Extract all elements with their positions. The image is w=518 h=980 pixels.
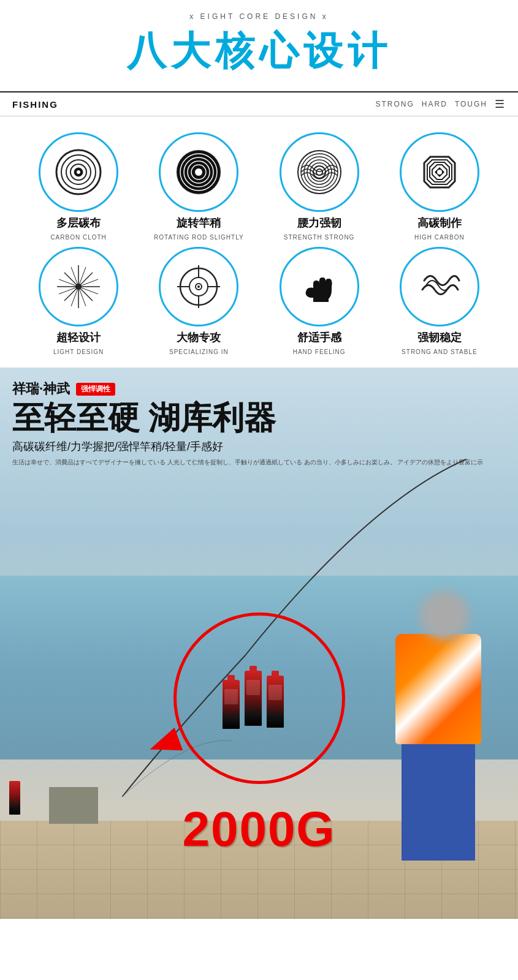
bottles-container — [223, 671, 284, 729]
svg-line-38 — [78, 287, 86, 306]
svg-line-34 — [71, 287, 78, 306]
icon-cn-high-carbon: 高碳制作 — [417, 216, 462, 230]
nav-tough: TOUGH — [455, 100, 487, 108]
icon-cn-light-design: 超轻设计 — [56, 330, 101, 345]
icons-grid: 多层碳布 CARBON CLOTH 旋转竿稍 ROTATING ROD SLIG… — [0, 126, 518, 368]
nav-strong: STRONG — [376, 100, 414, 108]
small-bottle-left — [9, 781, 20, 815]
icon-cn-hand-feeling: 舒适手感 — [297, 330, 341, 345]
waves-icon — [415, 262, 464, 311]
nav-logo: FISHING — [12, 99, 58, 110]
nav-bar: FISHING STRONG HARD TOUGH ☰ — [0, 91, 518, 116]
icon-cn-strength: 腰力强韧 — [297, 216, 341, 230]
icon-en-strength: STRENGTH STRONG — [284, 234, 355, 241]
svg-point-17 — [313, 166, 326, 178]
photo-main-title: 至轻至硬 湖库利器 — [12, 401, 483, 435]
main-heading: 八大核心设计 — [0, 24, 518, 78]
icon-item-hand-feeling: 舒适手感 HAND FEELING — [259, 247, 379, 355]
svg-line-36 — [59, 279, 78, 287]
pier-block — [49, 787, 98, 824]
nav-right: STRONG HARD TOUGH ☰ — [376, 97, 506, 111]
svg-point-11 — [195, 168, 202, 176]
icon-circle-carbon-cloth — [39, 132, 118, 212]
icon-cn-specializing: 大物专攻 — [177, 330, 221, 345]
icon-en-carbon-cloth: CARBON CLOTH — [50, 234, 106, 241]
icon-cn-strong-stable: 强韧稳定 — [417, 330, 462, 345]
rings-icon — [295, 148, 344, 197]
svg-point-45 — [197, 285, 200, 288]
svg-point-24 — [437, 170, 442, 175]
svg-point-5 — [77, 170, 80, 174]
bottle-1 — [223, 680, 240, 729]
brand-badge: 强悍调性 — [76, 383, 115, 396]
svg-line-39 — [78, 279, 98, 287]
subtitle: x EIGHT CORE DESIGN x — [0, 12, 518, 21]
svg-point-14 — [304, 157, 335, 187]
icon-circle-specializing — [159, 247, 238, 326]
svg-line-33 — [78, 267, 86, 287]
jeans — [402, 738, 475, 861]
svg-point-18 — [316, 169, 322, 175]
bullseye-icon — [54, 148, 103, 197]
icon-circle-rotating-rod — [159, 132, 238, 212]
bottle-3 — [267, 676, 284, 728]
icon-cn-rotating-rod: 旋转竿稍 — [177, 216, 221, 230]
bottle-2 — [245, 671, 262, 726]
photo-section: 祥瑞·神武 强悍调性 至轻至硬 湖库利器 高碳碳纤维/力学握把/强悍竿稍/轻量/… — [0, 368, 518, 919]
octagon-icon — [415, 148, 464, 197]
svg-point-13 — [301, 154, 338, 190]
svg-point-41 — [75, 284, 82, 290]
brand-name: 祥瑞·神武 — [12, 380, 70, 398]
svg-point-15 — [307, 160, 332, 184]
icon-en-strong-stable: STRONG AND STABLE — [402, 349, 478, 355]
icon-circle-strong-stable — [400, 247, 479, 326]
icon-item-high-carbon: 高碳制作 HIGH CARBON — [379, 132, 500, 241]
starburst-icon — [54, 262, 103, 311]
icon-circle-strength — [280, 132, 359, 212]
icon-en-light-design: LIGHT DESIGN — [53, 349, 104, 355]
weight-text: 2000G — [182, 801, 335, 858]
icon-item-rotating-rod: 旋转竿稍 ROTATING ROD SLIGHTLY — [139, 132, 259, 241]
icon-item-strong-stable: 强韧稳定 STRONG AND STABLE — [379, 247, 500, 355]
icon-cn-carbon-cloth: 多层碳布 — [56, 216, 101, 230]
hand-icon — [295, 262, 344, 311]
icon-circle-hand-feeling — [280, 247, 359, 326]
brand-line: 祥瑞·神武 强悍调性 — [12, 380, 483, 398]
nav-hard: HARD — [422, 100, 448, 108]
icon-circle-light-design — [39, 247, 118, 326]
svg-line-37 — [71, 267, 78, 287]
jacket — [395, 634, 481, 744]
menu-icon[interactable]: ☰ — [495, 97, 506, 111]
icon-circle-high-carbon — [400, 132, 479, 212]
spiral-icon — [174, 148, 223, 197]
svg-line-40 — [59, 287, 78, 294]
icon-en-hand-feeling: HAND FEELING — [293, 349, 346, 355]
crosshair-icon — [174, 262, 223, 311]
top-section: x EIGHT CORE DESIGN x 八大核心设计 — [0, 0, 518, 91]
icon-item-strength: 腰力强韧 STRENGTH STRONG — [259, 132, 379, 241]
icon-item-light-design: 超轻设计 LIGHT DESIGN — [18, 247, 139, 355]
icon-item-carbon-cloth: 多层碳布 CARBON CLOTH — [18, 132, 139, 241]
icon-en-high-carbon: HIGH CARBON — [414, 234, 465, 241]
icon-item-specializing: 大物专攻 SPECIALIZING IN — [139, 247, 259, 355]
person-figure — [383, 603, 506, 861]
head-blur — [420, 591, 469, 640]
svg-line-35 — [78, 287, 98, 294]
icon-en-rotating-rod: ROTATING ROD SLIGHTLY — [154, 234, 244, 241]
icon-en-specializing: SPECIALIZING IN — [169, 349, 229, 355]
